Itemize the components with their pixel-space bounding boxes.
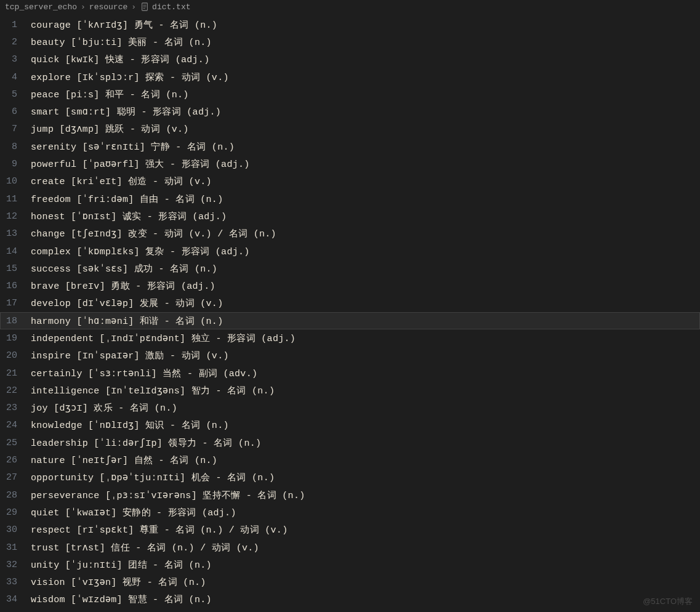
code-editor[interactable]: 1courage [ˈkʌrɪdʒ] 勇气 - 名词 (n.)2beauty [… — [0, 14, 700, 608]
line-number: 21 — [0, 368, 31, 379]
editor-line[interactable]: 9powerful [ˈpaʊərfl] 强大 - 形容词 (adj.) — [0, 155, 700, 172]
line-content[interactable]: unity [ˈjuːnɪti] 团结 - 名词 (n.) — [31, 559, 212, 571]
line-content[interactable]: create [kriˈeɪt] 创造 - 动词 (v.) — [31, 175, 212, 187]
line-content[interactable]: honest [ˈɒnɪst] 诚实 - 形容词 (adj.) — [31, 211, 227, 222]
line-content[interactable]: trust [trʌst] 信任 - 名词 (n.) / 动词 (v.) — [31, 542, 259, 554]
line-number: 19 — [0, 333, 31, 344]
line-number: 2 — [0, 37, 31, 47]
line-number: 9 — [0, 159, 31, 169]
line-content[interactable]: wisdom [ˈwɪzdəm] 智慧 - 名词 (n.) — [31, 594, 212, 605]
line-content[interactable]: peace [piːs] 和平 - 名词 (n.) — [31, 89, 189, 100]
line-number: 15 — [0, 264, 31, 274]
editor-line[interactable]: 27opportunity [ˌɒpəˈtjuːnɪti] 机会 - 名词 (n… — [0, 469, 700, 486]
line-number: 29 — [0, 507, 31, 518]
editor-line[interactable]: 24knowledge [ˈnɒlɪdʒ] 知识 - 名词 (n.) — [0, 417, 700, 434]
editor-line[interactable]: 6smart [smɑːrt] 聪明 - 形容词 (adj.) — [0, 103, 700, 120]
breadcrumb-item-file[interactable]: dict.txt — [152, 2, 190, 12]
line-number: 22 — [0, 385, 31, 396]
editor-line[interactable]: 29quiet [ˈkwaɪət] 安静的 - 形容词 (adj.) — [0, 504, 700, 521]
line-number: 24 — [0, 420, 31, 430]
chevron-right-icon: › — [81, 2, 86, 12]
editor-line[interactable]: 32unity [ˈjuːnɪti] 团结 - 名词 (n.) — [0, 556, 700, 573]
line-content[interactable]: freedom [ˈfriːdəm] 自由 - 名词 (n.) — [31, 193, 223, 205]
editor-line[interactable]: 18harmony [ˈhɑːməni] 和谐 - 名词 (n.) — [0, 312, 700, 329]
line-content[interactable]: brave [breɪv] 勇敢 - 形容词 (adj.) — [31, 280, 215, 292]
editor-line[interactable]: 4explore [ɪkˈsplɔːr] 探索 - 动词 (v.) — [0, 68, 700, 86]
line-number: 1 — [0, 20, 31, 30]
editor-line[interactable]: 26nature [ˈneɪtʃər] 自然 - 名词 (n.) — [0, 451, 700, 469]
line-content[interactable]: powerful [ˈpaʊərfl] 强大 - 形容词 (adj.) — [31, 158, 250, 170]
line-content[interactable]: harmony [ˈhɑːməni] 和谐 - 名词 (n.) — [31, 315, 223, 327]
editor-line[interactable]: 31trust [trʌst] 信任 - 名词 (n.) / 动词 (v.) — [0, 539, 700, 556]
line-number: 13 — [0, 228, 31, 239]
line-number: 31 — [0, 542, 31, 553]
line-number: 27 — [0, 472, 31, 483]
editor-line[interactable]: 23joy [dʒɔɪ] 欢乐 - 名词 (n.) — [0, 400, 700, 417]
editor-line[interactable]: 11freedom [ˈfriːdəm] 自由 - 名词 (n.) — [0, 190, 700, 207]
breadcrumb-item-project[interactable]: tcp_server_echo — [5, 2, 77, 12]
line-content[interactable]: respect [rɪˈspɛkt] 尊重 - 名词 (n.) / 动词 (v.… — [31, 524, 288, 536]
watermark: @51CTO博客 — [643, 596, 693, 607]
line-content[interactable]: courage [ˈkʌrɪdʒ] 勇气 - 名词 (n.) — [31, 19, 217, 31]
editor-line[interactable]: 33vision [ˈvɪʒən] 视野 - 名词 (n.) — [0, 574, 700, 591]
editor-line[interactable]: 5peace [piːs] 和平 - 名词 (n.) — [0, 86, 700, 103]
line-content[interactable]: opportunity [ˌɒpəˈtjuːnɪti] 机会 - 名词 (n.) — [31, 472, 275, 483]
line-content[interactable]: jump [dʒʌmp] 跳跃 - 动词 (v.) — [31, 123, 189, 135]
line-number: 14 — [0, 246, 31, 257]
editor-line[interactable]: 19independent [ˌɪndɪˈpɛndənt] 独立 - 形容词 (… — [0, 329, 700, 347]
line-content[interactable]: quiet [ˈkwaɪət] 安静的 - 形容词 (adj.) — [31, 507, 236, 518]
editor-line[interactable]: 14complex [ˈkɒmplɛks] 复杂 - 形容词 (adj.) — [0, 243, 700, 260]
line-content[interactable]: quick [kwɪk] 快速 - 形容词 (adj.) — [31, 54, 209, 65]
line-content[interactable]: vision [ˈvɪʒən] 视野 - 名词 (n.) — [31, 576, 206, 588]
editor-line[interactable]: 22intelligence [ɪnˈtelɪdʒəns] 智力 - 名词 (n… — [0, 382, 700, 399]
line-content[interactable]: complex [ˈkɒmplɛks] 复杂 - 形容词 (adj.) — [31, 246, 250, 257]
editor-line[interactable]: 8serenity [səˈrɛnɪti] 宁静 - 名词 (n.) — [0, 138, 700, 155]
line-content[interactable]: leadership [ˈliːdərʃɪp] 领导力 - 名词 (n.) — [31, 437, 261, 449]
chevron-right-icon: › — [131, 2, 136, 12]
line-number: 10 — [0, 176, 31, 187]
line-content[interactable]: develop [dɪˈvɛləp] 发展 - 动词 (v.) — [31, 297, 223, 309]
editor-line[interactable]: 7jump [dʒʌmp] 跳跃 - 动词 (v.) — [0, 121, 700, 138]
line-number: 18 — [0, 316, 31, 326]
editor-line[interactable]: 15success [səkˈsɛs] 成功 - 名词 (n.) — [0, 260, 700, 277]
editor-line[interactable]: 30respect [rɪˈspɛkt] 尊重 - 名词 (n.) / 动词 (… — [0, 521, 700, 539]
editor-line[interactable]: 21certainly [ˈsɜːrtənli] 当然 - 副词 (adv.) — [0, 364, 700, 382]
editor-line[interactable]: 34wisdom [ˈwɪzdəm] 智慧 - 名词 (n.) — [0, 591, 700, 608]
line-content[interactable]: success [səkˈsɛs] 成功 - 名词 (n.) — [31, 263, 217, 275]
editor-line[interactable]: 12honest [ˈɒnɪst] 诚实 - 形容词 (adj.) — [0, 207, 700, 225]
line-number: 23 — [0, 403, 31, 413]
line-content[interactable]: beauty [ˈbjuːti] 美丽 - 名词 (n.) — [31, 36, 212, 48]
line-content[interactable]: nature [ˈneɪtʃər] 自然 - 名词 (n.) — [31, 454, 217, 466]
line-content[interactable]: independent [ˌɪndɪˈpɛndənt] 独立 - 形容词 (ad… — [31, 332, 296, 344]
editor-line[interactable]: 13change [tʃeɪndʒ] 改变 - 动词 (v.) / 名词 (n.… — [0, 225, 700, 243]
line-content[interactable]: perseverance [ˌpɜːsɪˈvɪərəns] 坚持不懈 - 名词 … — [31, 489, 305, 501]
line-number: 33 — [0, 577, 31, 587]
breadcrumb[interactable]: tcp_server_echo › resource › dict.txt — [0, 0, 700, 14]
line-number: 32 — [0, 560, 31, 570]
editor-line[interactable]: 1courage [ˈkʌrɪdʒ] 勇气 - 名词 (n.) — [0, 16, 700, 33]
line-number: 5 — [0, 89, 31, 100]
line-content[interactable]: explore [ɪkˈsplɔːr] 探索 - 动词 (v.) — [31, 71, 229, 83]
editor-line[interactable]: 3quick [kwɪk] 快速 - 形容词 (adj.) — [0, 51, 700, 68]
line-content[interactable]: certainly [ˈsɜːrtənli] 当然 - 副词 (adv.) — [31, 368, 257, 379]
line-number: 26 — [0, 455, 31, 465]
line-number: 16 — [0, 281, 31, 291]
editor-line[interactable]: 16brave [breɪv] 勇敢 - 形容词 (adj.) — [0, 277, 700, 294]
editor-line[interactable]: 28perseverance [ˌpɜːsɪˈvɪərəns] 坚持不懈 - 名… — [0, 486, 700, 504]
line-content[interactable]: inspire [ɪnˈspaɪər] 激励 - 动词 (v.) — [31, 350, 229, 361]
line-content[interactable]: intelligence [ɪnˈtelɪdʒəns] 智力 - 名词 (n.) — [31, 385, 275, 397]
line-number: 6 — [0, 107, 31, 117]
line-content[interactable]: smart [smɑːrt] 聪明 - 形容词 (adj.) — [31, 106, 221, 118]
line-content[interactable]: serenity [səˈrɛnɪti] 宁静 - 名词 (n.) — [31, 141, 235, 153]
line-content[interactable]: change [tʃeɪndʒ] 改变 - 动词 (v.) / 名词 (n.) — [31, 228, 276, 240]
breadcrumb-item-folder[interactable]: resource — [89, 2, 127, 12]
editor-line[interactable]: 20inspire [ɪnˈspaɪər] 激励 - 动词 (v.) — [0, 347, 700, 364]
line-number: 20 — [0, 350, 31, 361]
editor-line[interactable]: 2beauty [ˈbjuːti] 美丽 - 名词 (n.) — [0, 33, 700, 50]
editor-line[interactable]: 17develop [dɪˈvɛləp] 发展 - 动词 (v.) — [0, 295, 700, 312]
line-content[interactable]: knowledge [ˈnɒlɪdʒ] 知识 - 名词 (n.) — [31, 419, 229, 431]
editor-line[interactable]: 25leadership [ˈliːdərʃɪp] 领导力 - 名词 (n.) — [0, 434, 700, 451]
line-number: 7 — [0, 124, 31, 134]
line-content[interactable]: joy [dʒɔɪ] 欢乐 - 名词 (n.) — [31, 402, 177, 414]
editor-line[interactable]: 10create [kriˈeɪt] 创造 - 动词 (v.) — [0, 173, 700, 190]
